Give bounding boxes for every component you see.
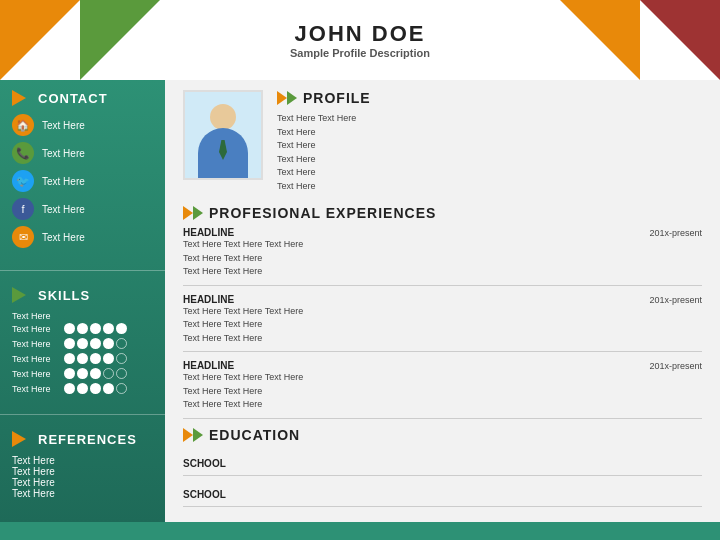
- profile-section: PROFILE Text Here Text Here Text Here Te…: [183, 90, 702, 193]
- phone-icon: 📞: [12, 142, 34, 164]
- exp-line-3-3: Text Here Text Here: [183, 398, 702, 412]
- contact-twitter-text: Text Here: [42, 176, 85, 187]
- edu-school-2: SCHOOL: [183, 489, 226, 500]
- education-heading: EDUCATION: [183, 427, 702, 443]
- skills-label: Text Here: [12, 311, 153, 321]
- dot: [90, 353, 101, 364]
- dot: [64, 368, 75, 379]
- exp-line-1-3: Text Here Text Here: [183, 265, 702, 279]
- exp-date-2: 201x-present: [649, 295, 702, 305]
- contact-title: CONTACT: [38, 91, 108, 106]
- divider-2: [0, 414, 165, 415]
- skill-dots-2: [64, 338, 127, 349]
- dot: [116, 323, 127, 334]
- exp-headline-1: HEADLINE: [183, 227, 234, 238]
- experience-heading: PROFESIONAL EXPERIENCES: [183, 205, 702, 221]
- skill-row-1: Text Here: [12, 323, 153, 334]
- exp-entry-1: HEADLINE 201x-present Text Here Text Her…: [183, 227, 702, 286]
- dot: [116, 338, 127, 349]
- profile-line-6: Text Here: [277, 180, 702, 194]
- dot: [103, 338, 114, 349]
- skill-name-4: Text Here: [12, 369, 64, 379]
- ref-item-4: Text Here: [12, 488, 153, 499]
- dot: [64, 353, 75, 364]
- exp-line-2-1: Text Here Text Here Text Here: [183, 305, 702, 319]
- skill-name-3: Text Here: [12, 354, 64, 364]
- top-header: JOHN DOE Sample Profile Description: [0, 0, 720, 80]
- exp-header-3: HEADLINE 201x-present: [183, 360, 702, 371]
- skill-name-1: Text Here: [12, 324, 64, 334]
- education-icon: [183, 427, 203, 443]
- ref-item-1: Text Here: [12, 455, 153, 466]
- divider-1: [0, 270, 165, 271]
- skill-row-2: Text Here: [12, 338, 153, 349]
- contact-section: CONTACT 🏠 Text Here 📞 Text Here 🐦 Text H…: [0, 80, 165, 264]
- candidate-subtitle: Sample Profile Description: [290, 47, 430, 59]
- twitter-icon: 🐦: [12, 170, 34, 192]
- skill-row-4: Text Here: [12, 368, 153, 379]
- dot: [90, 338, 101, 349]
- contact-item-email: ✉ Text Here: [12, 226, 153, 248]
- dot: [64, 323, 75, 334]
- dot: [77, 368, 88, 379]
- dot: [90, 323, 101, 334]
- exp-date-1: 201x-present: [649, 228, 702, 238]
- exp-entry-2: HEADLINE 201x-present Text Here Text Her…: [183, 294, 702, 353]
- contact-facebook-text: Text Here: [42, 204, 85, 215]
- dot: [103, 383, 114, 394]
- exp-line-1-2: Text Here Text Here: [183, 252, 702, 266]
- profile-line-5: Text Here: [277, 166, 702, 180]
- dot: [64, 383, 75, 394]
- corner-decoration-tl: [0, 0, 160, 80]
- exp-entry-3: HEADLINE 201x-present Text Here Text Her…: [183, 360, 702, 419]
- dot: [116, 383, 127, 394]
- experience-title: PROFESIONAL EXPERIENCES: [209, 205, 436, 221]
- sidebar: CONTACT 🏠 Text Here 📞 Text Here 🐦 Text H…: [0, 80, 165, 522]
- profile-section-icon: [277, 90, 297, 106]
- ref-item-3: Text Here: [12, 477, 153, 488]
- bottom-bar: [0, 522, 720, 540]
- profile-title: PROFILE: [303, 90, 371, 106]
- references-section: REFERENCES Text Here Text Here Text Here…: [0, 421, 165, 509]
- email-icon: ✉: [12, 226, 34, 248]
- exp-line-3-1: Text Here Text Here Text Here: [183, 371, 702, 385]
- dot: [77, 338, 88, 349]
- profile-photo: [183, 90, 263, 180]
- contact-item-twitter: 🐦 Text Here: [12, 170, 153, 192]
- skill-row-5: Text Here: [12, 383, 153, 394]
- contact-phone-text: Text Here: [42, 148, 85, 159]
- skill-dots-3: [64, 353, 127, 364]
- education-title: EDUCATION: [209, 427, 300, 443]
- exp-headline-3: HEADLINE: [183, 360, 234, 371]
- home-icon: 🏠: [12, 114, 34, 136]
- skills-title: SKILLS: [38, 288, 90, 303]
- contact-email-text: Text Here: [42, 232, 85, 243]
- dot: [103, 323, 114, 334]
- contact-header: CONTACT: [12, 90, 153, 106]
- skill-dots-5: [64, 383, 127, 394]
- candidate-name: JOHN DOE: [290, 21, 430, 47]
- contact-item-home: 🏠 Text Here: [12, 114, 153, 136]
- exp-headline-2: HEADLINE: [183, 294, 234, 305]
- dot: [77, 353, 88, 364]
- edu-entry-2: SCHOOL: [183, 480, 702, 507]
- dot: [90, 383, 101, 394]
- contact-item-phone: 📞 Text Here: [12, 142, 153, 164]
- profile-line-4: Text Here: [277, 153, 702, 167]
- profile-header: PROFILE: [277, 90, 702, 106]
- skill-dots-4: [64, 368, 127, 379]
- dot: [90, 368, 101, 379]
- profile-info: PROFILE Text Here Text Here Text Here Te…: [277, 90, 702, 193]
- dot: [103, 368, 114, 379]
- dot: [116, 368, 127, 379]
- skill-name-2: Text Here: [12, 339, 64, 349]
- skill-name-5: Text Here: [12, 384, 64, 394]
- main-area: PROFILE Text Here Text Here Text Here Te…: [165, 80, 720, 522]
- skills-section-icon: [12, 287, 32, 303]
- references-header: REFERENCES: [12, 431, 153, 447]
- dot: [77, 323, 88, 334]
- dot: [103, 353, 114, 364]
- skill-dots-1: [64, 323, 127, 334]
- profile-line-1: Text Here Text Here: [277, 112, 702, 126]
- main-content: CONTACT 🏠 Text Here 📞 Text Here 🐦 Text H…: [0, 80, 720, 522]
